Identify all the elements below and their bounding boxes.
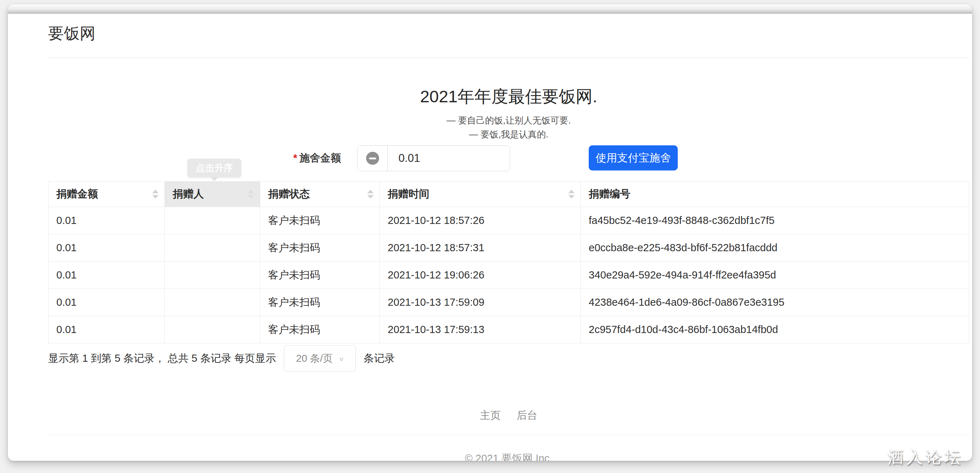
amount-input[interactable] <box>388 146 510 171</box>
hero-section: 2021年年度最佳要饭网. — 要自己的饭,让别人无饭可要. — 要饭,我是认真… <box>48 86 969 140</box>
copyright: © 2021 要饭网 Inc. <box>48 451 969 461</box>
sort-icon[interactable] <box>248 190 254 199</box>
table-cell: 2021-10-12 19:06:26 <box>380 262 581 289</box>
table-cell: 客户未扫码 <box>260 262 380 289</box>
column-label: 捐赠时间 <box>388 188 430 200</box>
table-cell: 客户未扫码 <box>260 234 380 262</box>
table-cell: 0.01 <box>48 316 165 343</box>
table-cell: 0.01 <box>48 234 165 262</box>
page-size-dropdown[interactable]: 20 条/页 ˅ <box>284 345 356 372</box>
minus-icon <box>366 152 379 165</box>
brand-divider <box>48 57 969 58</box>
table-cell: 客户未扫码 <box>260 316 380 343</box>
column-label: 捐赠金额 <box>56 188 98 200</box>
footer-divider <box>48 435 969 435</box>
column-header-2[interactable]: 捐赠人 <box>165 182 260 207</box>
table-cell: 340e29a4-592e-494a-914f-ff2ee4fa395d <box>581 262 969 289</box>
column-label: 捐赠状态 <box>268 188 310 200</box>
amount-stepper <box>357 145 510 171</box>
table-cell: 2021-10-13 17:59:09 <box>380 289 581 316</box>
watermark: 酒入论坛 <box>888 446 964 468</box>
table-cell <box>165 262 260 289</box>
table-header-row: 捐赠金额捐赠人捐赠状态捐赠时间捐赠编号 <box>48 182 969 207</box>
footer-links: 主页后台 <box>48 408 969 423</box>
table-cell <box>165 289 260 316</box>
hero-subtitle-2: — 要饭,我是认真的. <box>48 129 969 140</box>
table-cell: 0.01 <box>48 289 165 316</box>
footer-link-admin[interactable]: 后台 <box>517 410 538 421</box>
decrease-button[interactable] <box>358 146 388 171</box>
table-cell: fa45bc52-4e19-493f-8848-c362dbf1c7f5 <box>581 207 969 234</box>
table-body: 0.01客户未扫码2021-10-12 18:57:26fa45bc52-4e1… <box>48 207 969 343</box>
window-top-edge <box>8 4 972 14</box>
pagination: 显示第 1 到第 5 条记录， 总共 5 条记录 每页显示 20 条/页 ˅ 条… <box>48 343 395 374</box>
alipay-donate-button[interactable]: 使用支付宝施舍 <box>589 145 678 170</box>
column-header-4[interactable]: 捐赠时间 <box>380 182 581 207</box>
sort-icon[interactable] <box>152 190 159 199</box>
table-cell: e0ccba8e-e225-483d-bf6f-522b81facddd <box>581 234 969 262</box>
table-cell <box>165 234 260 262</box>
table-cell: 2021-10-12 18:57:31 <box>380 234 581 262</box>
table-cell: 0.01 <box>48 262 165 289</box>
footer-link-home[interactable]: 主页 <box>480 410 501 421</box>
table-row: 0.01客户未扫码2021-10-12 19:06:26340e29a4-592… <box>48 262 969 289</box>
table-cell: 4238e464-1de6-4a09-86cf-0a867e3e3195 <box>581 289 969 316</box>
required-asterisk: * <box>293 152 297 163</box>
amount-label-text: 施舍金额 <box>299 152 341 163</box>
table-row: 0.01客户未扫码2021-10-12 18:57:26fa45bc52-4e1… <box>48 207 969 234</box>
table-cell: 0.01 <box>48 207 165 234</box>
browser-window: 要饭网 2021年年度最佳要饭网. — 要自己的饭,让别人无饭可要. — 要饭,… <box>8 4 972 461</box>
table-row: 0.01客户未扫码2021-10-13 17:59:132c957fd4-d10… <box>48 316 969 343</box>
table-row: 0.01客户未扫码2021-10-13 17:59:094238e464-1de… <box>48 289 969 316</box>
sort-icon[interactable] <box>367 190 374 199</box>
table-cell: 客户未扫码 <box>260 289 380 316</box>
table-cell: 2021-10-13 17:59:13 <box>380 316 581 343</box>
column-label: 捐赠编号 <box>589 188 630 200</box>
column-label: 捐赠人 <box>173 188 204 200</box>
sort-tooltip: 点击升序 <box>188 159 241 177</box>
site-brand: 要饭网 <box>48 23 95 44</box>
table-cell: 2c957fd4-d10d-43c4-86bf-1063ab14fb0d <box>581 316 969 343</box>
column-header-1[interactable]: 捐赠金额 <box>48 182 165 207</box>
table-cell <box>165 316 260 343</box>
pagination-summary: 显示第 1 到第 5 条记录， 总共 5 条记录 每页显示 <box>48 351 276 366</box>
table-cell <box>165 207 260 234</box>
column-header-5: 捐赠编号 <box>581 182 969 207</box>
column-header-3[interactable]: 捐赠状态 <box>260 182 380 207</box>
table-cell: 2021-10-12 18:57:26 <box>380 207 581 234</box>
sort-tooltip-text: 点击升序 <box>196 162 233 175</box>
chevron-down-icon: ˅ <box>339 355 344 363</box>
table-row: 0.01客户未扫码2021-10-12 18:57:31e0ccba8e-e22… <box>48 234 969 262</box>
table-cell: 客户未扫码 <box>260 207 380 234</box>
hero-title: 2021年年度最佳要饭网. <box>48 86 969 108</box>
donation-table: 捐赠金额捐赠人捐赠状态捐赠时间捐赠编号 0.01客户未扫码2021-10-12 … <box>48 181 969 343</box>
pagination-suffix: 条记录 <box>364 351 395 366</box>
hero-subtitle-1: — 要自己的饭,让别人无饭可要. <box>48 114 969 126</box>
sort-icon[interactable] <box>568 190 575 199</box>
page-size-value: 20 条/页 <box>296 352 333 365</box>
